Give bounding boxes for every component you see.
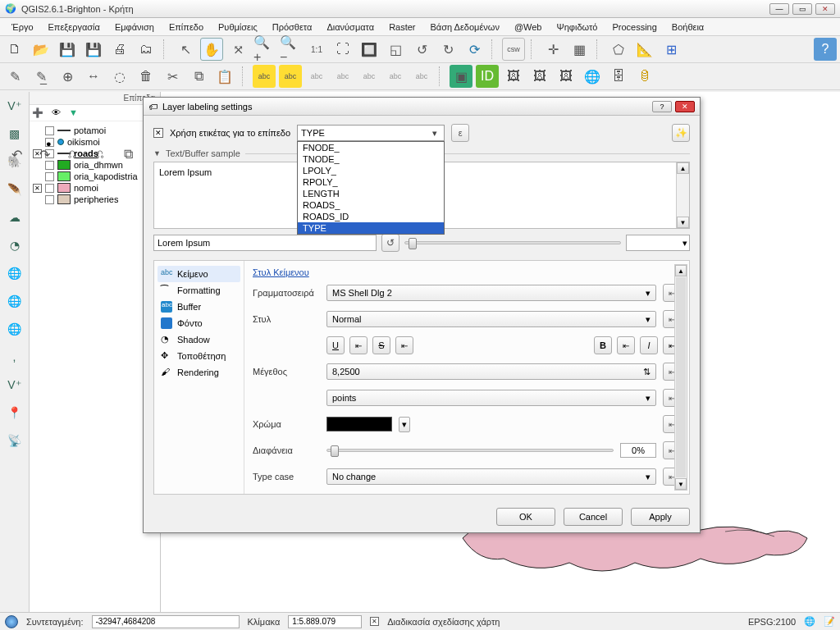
epsg-label[interactable]: EPSG:2100	[748, 617, 796, 627]
node-edit-icon[interactable]: ◌	[108, 65, 131, 88]
scale-value-input[interactable]	[288, 615, 362, 628]
close-button[interactable]: ✕	[815, 3, 835, 15]
ok-button[interactable]: OK	[496, 508, 555, 526]
menu-web[interactable]: @Web	[508, 21, 549, 34]
size-spinner[interactable]: 8,2500⇅	[326, 363, 656, 380]
maximize-button[interactable]: ▭	[792, 3, 812, 15]
layer-row[interactable]: oria_kapodistria	[31, 171, 158, 182]
gps-icon[interactable]: 📡	[4, 430, 25, 451]
transform-icon[interactable]: 🌐	[804, 616, 815, 627]
filter-icon[interactable]: ▼	[69, 107, 78, 118]
new-gpx-icon[interactable]: 📍	[4, 402, 25, 423]
add-wms-icon[interactable]: 🌐	[4, 262, 25, 284]
zoom-in-icon[interactable]: 🔍+	[253, 38, 276, 61]
add-oracle-icon[interactable]: ◔	[4, 235, 25, 256]
field-option[interactable]: RPOLY_	[298, 176, 444, 188]
move-feature-icon[interactable]: ↔	[82, 65, 105, 88]
menu-view[interactable]: Εμφάνιση	[108, 21, 161, 34]
add-wcs-icon[interactable]: 🌐	[4, 290, 25, 312]
minimize-button[interactable]: —	[769, 3, 789, 15]
polygon-draw-icon[interactable]: ⬠	[607, 38, 630, 61]
history-icon[interactable]: ⧉	[116, 143, 139, 166]
style-combo[interactable]: Normal▾	[326, 311, 656, 327]
raster2-icon[interactable]: 🖼	[528, 65, 551, 88]
menu-processing[interactable]: Processing	[605, 21, 663, 34]
layer-visibility-checkbox[interactable]	[45, 172, 54, 181]
raster1-icon[interactable]: 🖼	[502, 65, 525, 88]
edit-save-icon[interactable]: ✎̲	[30, 65, 52, 88]
menu-help[interactable]: Βοήθεια	[665, 21, 710, 34]
field-option[interactable]: ROADS_	[298, 199, 444, 211]
scroll-down-icon[interactable]: ▼	[677, 217, 689, 228]
chevron-down-icon[interactable]: ▾	[399, 417, 410, 432]
add-mssql-icon[interactable]: ☁	[4, 207, 25, 228]
tab-rendering[interactable]: 🖌Rendering	[158, 364, 240, 381]
field-option[interactable]: LPOLY_	[298, 165, 444, 176]
zoom-out-icon[interactable]: 🔍−	[279, 38, 302, 61]
tab-background[interactable]: Φόντο	[158, 315, 240, 331]
save-project-icon[interactable]: 💾	[56, 38, 79, 61]
delete-selected-icon[interactable]: 🗑	[135, 65, 158, 88]
bold-button[interactable]: B	[594, 336, 612, 354]
zoom-next-icon[interactable]: ↻	[436, 38, 459, 61]
underline-button[interactable]: U	[326, 336, 345, 354]
add-raster-icon[interactable]: ▩	[4, 123, 25, 144]
typecase-combo[interactable]: No change▾	[326, 468, 656, 485]
grid-icon[interactable]: ▦	[568, 38, 591, 61]
field-option[interactable]: TNODE_	[298, 153, 444, 165]
cut-icon[interactable]: ✂	[161, 65, 184, 88]
field-dropdown-list[interactable]: FNODE_TNODE_LPOLY_RPOLY_LENGTHROADS_ROAD…	[297, 141, 445, 235]
dialog-title-bar[interactable]: 🏷 Layer labeling settings ? ✕	[144, 98, 700, 116]
field-combo[interactable]: TYPE ▾ FNODE_TNODE_LPOLY_RPOLY_LENGTHROA…	[297, 125, 445, 141]
menu-raster[interactable]: Raster	[382, 21, 422, 34]
layer-row[interactable]: peripheries	[31, 194, 158, 205]
pointer-icon[interactable]: ↖	[174, 38, 197, 61]
menu-layer[interactable]: Επίπεδο	[162, 21, 210, 34]
zoom-full-icon[interactable]: ⛶	[331, 38, 354, 61]
menu-project[interactable]: Έργο	[5, 21, 40, 34]
field-option[interactable]: ROADS_ID	[298, 211, 444, 222]
layer-visibility-checkbox[interactable]	[45, 126, 54, 135]
reset-sample-button[interactable]: ↺	[381, 234, 399, 252]
font-combo[interactable]: MS Shell Dlg 2▾	[326, 285, 656, 301]
transparency-value[interactable]: 0%	[620, 443, 656, 458]
apply-button[interactable]: Apply	[631, 508, 690, 526]
text-style-heading[interactable]: Στυλ Κείμενου	[253, 267, 309, 277]
saveas-project-icon[interactable]: 💾	[82, 38, 105, 61]
sample-text-input[interactable]	[153, 235, 377, 251]
plugin1-icon[interactable]: ▣	[450, 65, 472, 88]
undo-icon[interactable]: ↶	[5, 143, 28, 166]
coord-value-input[interactable]	[92, 615, 240, 628]
layer-row[interactable]: potamoi	[31, 125, 158, 136]
content-scrollbar[interactable]: ▲ ▼	[674, 264, 687, 491]
transparency-slider[interactable]	[326, 449, 614, 452]
label-gray4-icon[interactable]: abc	[384, 65, 407, 88]
menu-settings[interactable]: Ρυθμίσεις	[212, 21, 264, 34]
edit-toggle-icon[interactable]: ✎	[3, 65, 26, 88]
log-icon[interactable]: 📝	[824, 616, 835, 627]
zoom-layer-icon[interactable]: ◱	[384, 38, 407, 61]
zoom-native-icon[interactable]: 1:1	[305, 38, 328, 61]
crs-globe-icon[interactable]	[5, 615, 18, 628]
add-delimited-icon[interactable]: ,	[4, 346, 25, 368]
scroll-down-icon[interactable]: ▼	[675, 478, 687, 490]
print-composer-icon[interactable]: 🖨	[108, 38, 131, 61]
tab-placement[interactable]: ✥Τοποθέτηση	[158, 348, 240, 364]
menu-rastertools[interactable]: Ψηφιδωτό	[550, 21, 605, 34]
menu-database[interactable]: Βάση Δεδομένων	[424, 21, 506, 34]
db2-icon[interactable]: 🛢	[633, 65, 656, 88]
tab-text[interactable]: abcΚείμενο	[158, 266, 240, 282]
crosshair-icon[interactable]: ✛	[541, 38, 564, 61]
italic-button[interactable]: I	[640, 336, 658, 354]
cancel-button[interactable]: Cancel	[564, 508, 623, 526]
add-feature-icon[interactable]: ⊕	[56, 65, 79, 88]
layer-visibility-checkbox[interactable]	[45, 195, 54, 204]
menu-edit[interactable]: Επεξεργασία	[42, 21, 107, 34]
redo-icon[interactable]: ↷	[33, 143, 56, 166]
tab-shadow[interactable]: ◔Shadow	[158, 331, 240, 348]
label-gray5-icon[interactable]: abc	[410, 65, 433, 88]
unit-combo[interactable]: points▾	[326, 390, 656, 406]
csw-icon[interactable]: csw	[502, 38, 525, 61]
label-yellow2-icon[interactable]: abc	[279, 65, 302, 88]
zoom-last-icon[interactable]: ↺	[410, 38, 433, 61]
